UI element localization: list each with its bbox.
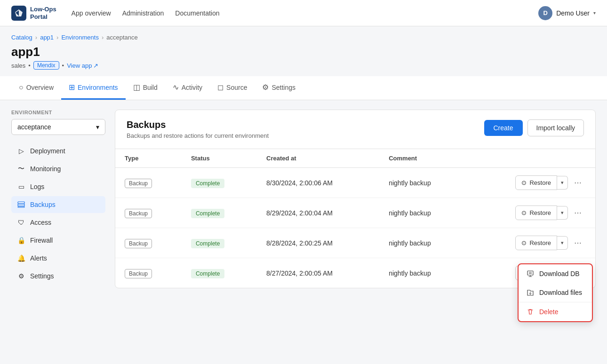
- page-title: app1: [11, 45, 596, 59]
- breadcrumb-environments[interactable]: Environments: [61, 34, 98, 41]
- content-area: Backups Backups and restore actions for …: [115, 110, 596, 361]
- comment: nightly backup: [379, 258, 467, 288]
- tab-overview[interactable]: ○ Overview: [11, 77, 61, 100]
- created-at: 8/30/2024, 2:00:06 AM: [257, 168, 379, 198]
- nav-administration[interactable]: Administration: [122, 9, 164, 17]
- restore-button[interactable]: ⊙ Restore: [515, 175, 557, 190]
- table-row: Backup Complete 8/28/2024, 2:00:25 AM ni…: [115, 228, 595, 258]
- top-nav: Low-Ops Portal App overview Administrati…: [0, 0, 607, 26]
- sidebar-item-monitoring[interactable]: 〜 Monitoring: [11, 160, 105, 177]
- page-subtitle: sales • Mendix • View app ↗: [11, 61, 596, 70]
- firewall-icon: 🔒: [17, 236, 25, 245]
- build-icon: ◫: [133, 83, 140, 92]
- col-comment: Comment: [379, 149, 467, 168]
- svg-rect-5: [527, 271, 533, 275]
- more-options-button[interactable]: ⋯: [570, 174, 586, 191]
- restore-icon: ⊙: [521, 179, 527, 186]
- dropdown-download-db[interactable]: Download DB: [519, 264, 592, 283]
- svg-rect-4: [18, 206, 24, 207]
- header-actions: Create Import locally: [484, 119, 584, 136]
- breadcrumb-catalog[interactable]: Catalog: [11, 34, 32, 41]
- logo-icon: [11, 6, 26, 21]
- restore-group: ⊙ Restore ▾: [515, 206, 568, 220]
- sidebar-item-logs[interactable]: ▭ Logs: [11, 178, 105, 195]
- status-badge: Complete: [191, 239, 224, 248]
- nav-documentation[interactable]: Documentation: [175, 9, 219, 17]
- status-badge: Complete: [191, 269, 224, 278]
- dropdown-download-files[interactable]: Download files: [519, 283, 592, 302]
- create-button[interactable]: Create: [484, 120, 523, 136]
- sidebar: ENVIRONMENT acceptance ▾ ▷ Deployment 〜 …: [11, 110, 105, 361]
- download-files-icon: [526, 289, 535, 296]
- environments-icon: ⊞: [69, 83, 75, 92]
- status-badge: Complete: [191, 209, 224, 218]
- sidebar-item-access[interactable]: 🛡 Access: [11, 214, 105, 231]
- tab-environments[interactable]: ⊞ Environments: [61, 76, 126, 100]
- import-locally-button[interactable]: Import locally: [527, 119, 584, 136]
- user-menu[interactable]: D Demo User ▾: [538, 6, 596, 20]
- breadcrumb: Catalog › app1 › Environments › acceptan…: [0, 26, 607, 43]
- row-actions: ⊙ Restore ▾ ⋯: [476, 205, 586, 221]
- table-row: Backup Complete 8/29/2024, 2:00:04 AM ni…: [115, 198, 595, 228]
- main-nav: App overview Administration Documentatio…: [72, 9, 539, 17]
- dropdown-delete[interactable]: Delete: [519, 302, 592, 321]
- col-created-at: Created at: [257, 149, 379, 168]
- table-row: Backup Complete 8/30/2024, 2:00:06 AM ni…: [115, 168, 595, 198]
- breadcrumb-app1[interactable]: app1: [40, 34, 54, 41]
- card-title: Backups: [127, 119, 269, 130]
- access-icon: 🛡: [17, 218, 25, 227]
- view-app-link[interactable]: View app ↗: [67, 62, 98, 69]
- nav-app-overview[interactable]: App overview: [72, 9, 111, 17]
- env-select-chevron: ▾: [96, 123, 99, 131]
- tab-source[interactable]: ◻ Source: [210, 76, 255, 100]
- backups-icon: [17, 200, 25, 209]
- deployment-icon: ▷: [17, 147, 25, 155]
- restore-dropdown-chevron[interactable]: ▾: [557, 206, 568, 220]
- sidebar-item-deployment[interactable]: ▷ Deployment: [11, 142, 105, 159]
- sidebar-item-firewall[interactable]: 🔒 Firewall: [11, 232, 105, 249]
- created-at: 8/28/2024, 2:00:25 AM: [257, 228, 379, 258]
- alerts-icon: 🔔: [17, 254, 25, 262]
- comment: nightly backup: [379, 168, 467, 198]
- source-icon: ◻: [217, 83, 224, 92]
- comment: nightly backup: [379, 198, 467, 228]
- row-actions: ⊙ Restore ▾ ⋯: [476, 174, 586, 191]
- more-options-button[interactable]: ⋯: [570, 205, 586, 221]
- activity-icon: ∿: [173, 83, 179, 92]
- card-header: Backups Backups and restore actions for …: [115, 110, 595, 149]
- logs-icon: ▭: [17, 182, 25, 191]
- sidebar-section-label: ENVIRONMENT: [11, 110, 105, 115]
- settings-tab-icon: ⚙: [262, 83, 269, 92]
- delete-icon: [526, 308, 535, 316]
- comment: nightly backup: [379, 228, 467, 258]
- more-options-button[interactable]: ⋯: [570, 235, 586, 251]
- restore-dropdown-chevron[interactable]: ▾: [557, 176, 568, 190]
- tab-settings[interactable]: ⚙ Settings: [255, 76, 303, 100]
- tab-build[interactable]: ◫ Build: [126, 76, 165, 100]
- main-layout: ENVIRONMENT acceptance ▾ ▷ Deployment 〜 …: [0, 100, 607, 364]
- logo[interactable]: Low-Ops Portal: [11, 6, 56, 21]
- overview-icon: ○: [19, 83, 24, 92]
- external-link-icon: ↗: [93, 62, 98, 69]
- svg-rect-3: [18, 204, 24, 206]
- restore-icon: ⊙: [521, 239, 527, 246]
- badge-mendix[interactable]: Mendix: [33, 61, 59, 70]
- context-dropdown-menu: Download DB Download files Delete: [518, 263, 593, 322]
- col-status: Status: [182, 149, 257, 168]
- environment-select[interactable]: acceptance ▾: [11, 119, 105, 135]
- svg-rect-2: [18, 202, 24, 204]
- sidebar-item-backups[interactable]: Backups: [11, 196, 105, 213]
- tab-activity[interactable]: ∿ Activity: [165, 76, 210, 100]
- sidebar-item-settings[interactable]: ⚙ Settings: [11, 268, 105, 285]
- settings-sidebar-icon: ⚙: [17, 272, 25, 280]
- logo-text: Low-Ops Portal: [30, 6, 56, 20]
- restore-icon: ⊙: [521, 209, 527, 216]
- card-subtitle: Backups and restore actions for current …: [127, 132, 269, 139]
- restore-button[interactable]: ⊙ Restore: [515, 236, 557, 250]
- row-actions: ⊙ Restore ▾ ⋯: [476, 235, 586, 251]
- download-db-icon: [526, 270, 535, 277]
- restore-dropdown-chevron[interactable]: ▾: [557, 236, 568, 250]
- restore-button[interactable]: ⊙ Restore: [515, 206, 557, 220]
- status-badge: Complete: [191, 179, 224, 188]
- sidebar-item-alerts[interactable]: 🔔 Alerts: [11, 250, 105, 267]
